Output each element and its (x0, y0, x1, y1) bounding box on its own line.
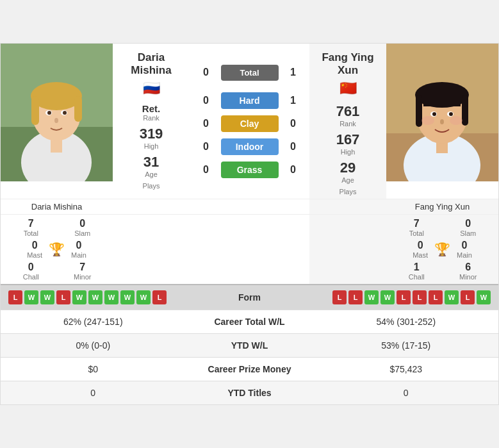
ytd-wl-row: 0% (0-0) YTD W/L 53% (17-15) (1, 333, 498, 357)
right-player-photo (386, 44, 498, 181)
left-player-photo (1, 44, 113, 181)
form-badge: W (88, 290, 102, 304)
indoor-surface-btn: Indoor (221, 138, 279, 155)
hard-score-right: 1 (284, 95, 303, 106)
titles-row: 0 YTD Titles 0 (1, 381, 498, 404)
total-score-left: 0 (197, 67, 216, 78)
svg-point-24 (432, 112, 436, 116)
right-mast-label: Mast (413, 251, 428, 259)
clay-score-right: 0 (284, 118, 303, 129)
form-badge: W (364, 290, 379, 304)
left-high-label: High (116, 142, 186, 150)
right-mini-stats: 7 Total 0 Slam 0 Mast 🏆 0 Main (386, 215, 498, 284)
left-slam-label: Slam (58, 229, 108, 237)
prize-row: $0 Career Prize Money $75,423 (1, 357, 498, 381)
right-chall-val: 1 (391, 261, 442, 273)
left-high-val: 319 (116, 126, 186, 142)
right-rank-val: 761 (313, 103, 383, 120)
form-badge: W (477, 290, 491, 304)
right-high-label: High (313, 148, 383, 156)
right-chall-label: Chall (391, 273, 442, 281)
form-badge: L (348, 290, 363, 304)
total-score-right: 1 (284, 67, 303, 78)
grass-surface-btn: Grass (221, 162, 279, 178)
clay-surface-btn: Clay (221, 115, 279, 132)
svg-point-25 (449, 112, 453, 116)
form-badge: L (429, 290, 443, 304)
left-rank-val: Ret. (142, 103, 160, 114)
right-player-flag: 🇨🇳 (313, 77, 383, 100)
main-container: Daria Mishina 🇷🇺 Ret. Rank 319 High 31 (0, 43, 499, 406)
titles-right: 0 (314, 388, 499, 398)
left-age-label: Age (116, 170, 186, 178)
left-total-label: Total (6, 229, 56, 237)
right-slam-val: 0 (443, 218, 494, 229)
right-portrait-svg (386, 44, 498, 181)
ytd-wl-label: YTD W/L (186, 340, 314, 351)
right-form: LLWWLLLWLW (284, 290, 491, 304)
form-label: Form (218, 292, 282, 303)
right-minor-val: 6 (443, 261, 494, 273)
svg-rect-7 (74, 96, 82, 122)
total-surface-btn: Total (221, 65, 279, 81)
form-badge: W (24, 290, 38, 304)
ytd-wl-right: 53% (17-15) (314, 340, 499, 351)
right-minor-label: Minor (443, 273, 494, 281)
career-wl-label: Career Total W/L (186, 317, 314, 327)
prize-label: Career Prize Money (186, 364, 314, 374)
svg-rect-20 (462, 95, 468, 126)
right-age-val: 29 (313, 160, 383, 176)
left-mast-val: 0 (27, 240, 42, 251)
form-badge: L (8, 290, 22, 304)
form-badge: W (120, 290, 135, 304)
stats-table: 62% (247-151) Career Total W/L 54% (301-… (1, 310, 498, 404)
form-badge: L (397, 290, 411, 304)
prize-right: $75,423 (314, 364, 499, 374)
form-badge: W (136, 290, 151, 304)
right-rank-label: Rank (313, 120, 383, 128)
form-badge: W (40, 290, 54, 304)
form-badge: W (380, 290, 395, 304)
right-trophy-icon: 🏆 (434, 242, 450, 257)
left-form: LWWLWWWWWL (8, 290, 215, 304)
hard-surface-btn: Hard (221, 92, 279, 109)
right-high-val: 167 (313, 131, 383, 148)
svg-rect-19 (416, 95, 422, 127)
clay-score-left: 0 (197, 118, 216, 129)
svg-rect-6 (31, 96, 39, 125)
left-chall-val: 0 (6, 261, 56, 273)
right-player-name-label: Fang Ying Xun (386, 199, 498, 214)
career-wl-right: 54% (301-252) (314, 317, 499, 327)
career-wl-row: 62% (247-151) Career Total W/L 54% (301-… (1, 310, 498, 333)
titles-label: YTD Titles (186, 388, 314, 398)
left-slam-val: 0 (58, 218, 108, 229)
left-portrait-svg (1, 44, 113, 181)
hard-score-left: 0 (197, 95, 216, 106)
right-slam-label: Slam (443, 229, 494, 237)
form-badge: W (72, 290, 86, 304)
indoor-score-right: 0 (284, 141, 303, 153)
right-total-val: 7 (391, 218, 442, 229)
left-age-val: 31 (116, 154, 186, 170)
form-badge: W (104, 290, 119, 304)
form-badge: L (332, 290, 347, 304)
left-player-flag: 🇷🇺 (116, 77, 186, 100)
prize-left: $0 (1, 364, 186, 374)
left-minor-label: Minor (58, 273, 108, 281)
svg-point-10 (47, 111, 51, 115)
right-total-label: Total (391, 229, 442, 237)
left-chall-label: Chall (6, 273, 56, 281)
left-plays-label: Plays (116, 182, 186, 190)
svg-rect-21 (423, 94, 461, 106)
right-age-label: Age (313, 176, 383, 184)
right-mast-val: 0 (413, 240, 428, 251)
left-rank-label: Rank (142, 114, 160, 122)
left-mini-stats: 7 Total 0 Slam 0 Mast 🏆 0 Main (1, 215, 113, 284)
svg-point-27 (421, 116, 434, 125)
right-main-label: Main (457, 251, 472, 259)
grass-score-left: 0 (197, 164, 216, 176)
form-badge: L (413, 290, 427, 304)
form-badge: L (152, 290, 167, 304)
svg-point-12 (54, 118, 58, 123)
titles-left: 0 (1, 388, 186, 398)
